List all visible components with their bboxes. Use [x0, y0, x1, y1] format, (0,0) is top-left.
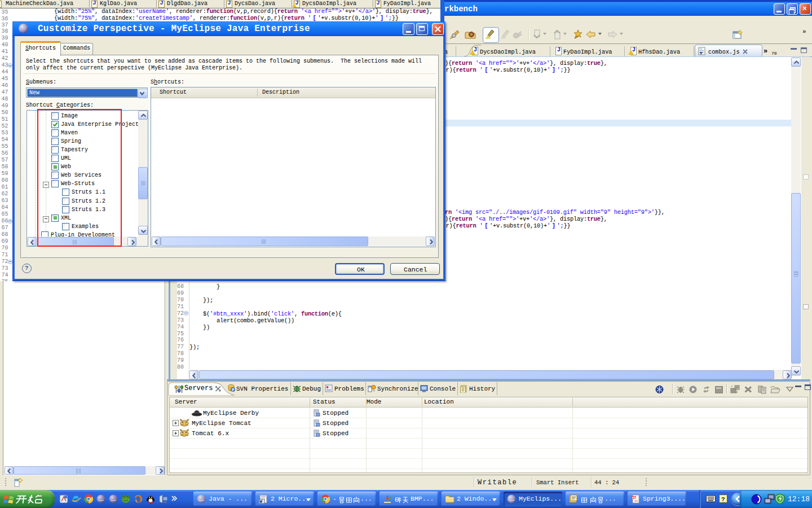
svg-text:PDF: PDF [632, 496, 638, 500]
svg-text:W: W [259, 499, 263, 503]
svg-text:?: ? [721, 496, 725, 503]
svg-text:P: P [232, 388, 235, 392]
svg-text:s: s [700, 51, 702, 55]
